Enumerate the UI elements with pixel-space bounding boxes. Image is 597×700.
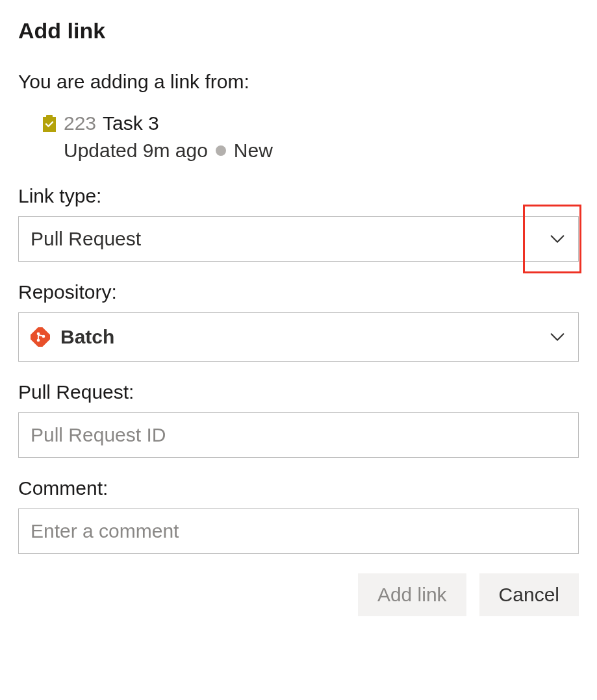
link-type-dropdown[interactable]: Pull Request: [18, 216, 579, 262]
git-repo-icon: [31, 327, 50, 347]
repository-dropdown[interactable]: Batch: [18, 312, 579, 362]
pull-request-input[interactable]: [31, 424, 566, 446]
workitem-summary: 223 Task 3 Updated 9m ago New: [18, 112, 579, 162]
svg-rect-1: [46, 115, 53, 118]
svg-point-4: [37, 339, 40, 342]
link-type-value: Pull Request: [31, 228, 141, 250]
comment-input[interactable]: [31, 520, 566, 542]
pull-request-label: Pull Request:: [18, 381, 579, 403]
chevron-down-icon: [548, 230, 566, 248]
link-type-label: Link type:: [18, 185, 579, 207]
chevron-down-icon: [548, 328, 566, 346]
workitem-id: 223: [64, 112, 96, 134]
add-link-button[interactable]: Add link: [358, 573, 466, 616]
task-icon: [42, 115, 57, 132]
dialog-title: Add link: [18, 18, 579, 44]
state-dot-icon: [216, 145, 226, 156]
svg-rect-2: [31, 327, 50, 347]
dialog-subtitle: You are adding a link from:: [18, 71, 579, 93]
repository-value: Batch: [60, 326, 114, 348]
cancel-button[interactable]: Cancel: [479, 573, 579, 616]
workitem-title: Task 3: [103, 112, 159, 134]
repository-label: Repository:: [18, 281, 579, 303]
workitem-state: New: [234, 140, 273, 162]
comment-label: Comment:: [18, 477, 579, 499]
workitem-updated: Updated 9m ago: [64, 140, 208, 162]
